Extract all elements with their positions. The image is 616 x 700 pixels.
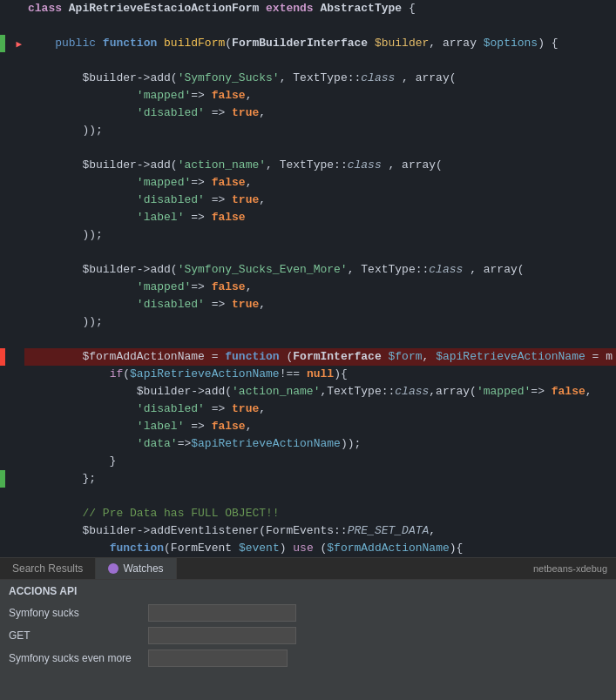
code-segment: class <box>395 385 429 398</box>
code-segment: $apiRetrieveActionName <box>191 437 341 450</box>
code-segment <box>28 211 137 224</box>
line-content: }; <box>24 470 616 488</box>
code-segment: => <box>205 402 232 415</box>
line-gutter <box>5 52 24 70</box>
line-gutter <box>5 540 24 557</box>
line-content: public function buildForm(FormBuilderInt… <box>24 35 616 52</box>
line-content: 'label' => false <box>24 209 616 226</box>
code-segment: 'mapped' <box>137 176 191 189</box>
code-line: function(FormEvent $event) use ($formAdd… <box>0 540 616 557</box>
code-segment: $formAddActionName <box>327 542 449 555</box>
code-line: 'disabled' => true, <box>0 296 616 313</box>
accions-row-input[interactable] <box>148 650 288 667</box>
code-line <box>0 52 616 70</box>
code-segment: ){ <box>334 367 348 380</box>
debugger-label: netbeans-xdebug <box>525 563 616 574</box>
line-content: $formAddActionName = function (FormInter… <box>24 348 616 366</box>
line-gutter: ▶ <box>5 35 24 52</box>
accions-row-input[interactable] <box>148 604 296 622</box>
code-segment: , <box>246 420 253 433</box>
tab-label: Watches <box>123 562 163 575</box>
line-gutter <box>5 383 24 400</box>
tab-label: Search Results <box>12 562 83 575</box>
code-segment: 'mapped' <box>137 280 191 293</box>
code-segment: // Pre Data has FULL OBJECT!! <box>82 507 279 520</box>
line-gutter <box>5 244 24 261</box>
code-segment: , <box>259 298 266 311</box>
code-line: 'data'=>$apiRetrieveActionName)); <box>0 435 616 453</box>
line-gutter <box>5 435 24 453</box>
line-content: $builder->add('action_name', TextType::c… <box>24 157 616 174</box>
code-segment: ) { <box>538 37 558 50</box>
code-segment: public <box>55 37 103 50</box>
code-segment: )); <box>341 437 361 450</box>
code-segment: (FormEvent <box>164 542 239 555</box>
line-gutter <box>5 261 24 279</box>
code-segment: false <box>212 211 246 224</box>
code-segment: ,array( <box>429 385 477 398</box>
code-segment <box>28 37 55 50</box>
code-segment: class <box>28 2 69 15</box>
code-segment: 'label' <box>137 211 185 224</box>
code-line: 'label' => false, <box>0 418 616 435</box>
watches-icon <box>108 563 118 574</box>
line-gutter <box>5 17 24 35</box>
accions-row: GET <box>9 627 607 644</box>
code-line: 'disabled' => true, <box>0 192 616 209</box>
accions-panel: ACCIONS API Symfony sucksGETSymfony suck… <box>0 580 616 700</box>
line-content: 'mapped'=> false, <box>24 174 616 192</box>
code-segment: )); <box>28 228 103 241</box>
line-gutter <box>5 87 24 104</box>
line-gutter <box>5 279 24 296</box>
code-segment <box>28 507 82 520</box>
line-gutter <box>5 139 24 157</box>
code-line: 'label' => false <box>0 209 616 226</box>
code-segment: false <box>212 176 246 189</box>
code-line: )); <box>0 226 616 244</box>
code-line: ▶ public function buildForm(FormBuilderI… <box>0 35 616 52</box>
code-segment: $builder->add( <box>28 71 178 84</box>
line-content: )); <box>24 313 616 331</box>
code-segment: , array( <box>382 158 443 172</box>
code-segment <box>28 176 137 189</box>
code-segment: ( <box>123 367 130 380</box>
code-line: $builder->add('Symfony_Sucks_Even_More',… <box>0 261 616 279</box>
line-content: 'label' => false, <box>24 418 616 435</box>
line-gutter <box>5 226 24 244</box>
code-segment: => <box>205 298 232 311</box>
code-segment <box>28 89 137 102</box>
code-segment: , <box>423 350 437 363</box>
line-gutter <box>5 174 24 192</box>
code-segment: true <box>232 193 259 206</box>
line-content <box>24 244 616 261</box>
code-segment: => <box>531 385 551 398</box>
line-content: 'disabled' => true, <box>24 296 616 313</box>
code-segment: 'mapped' <box>137 89 191 102</box>
code-line <box>0 331 616 348</box>
line-content: } <box>24 453 616 470</box>
line-content: $builder->add('action_name',TextType::cl… <box>24 383 616 400</box>
line-gutter <box>5 122 24 139</box>
line-content: )); <box>24 226 616 244</box>
code-segment: , array( <box>395 71 456 84</box>
accions-row-input[interactable] <box>148 627 296 644</box>
code-segment: 'mapped' <box>477 385 531 398</box>
code-segment: false <box>552 385 586 398</box>
code-segment: => <box>178 437 192 450</box>
code-segment: $builder->add( <box>28 263 178 276</box>
code-segment: )); <box>28 124 103 137</box>
code-segment: AbstractType <box>320 2 402 15</box>
code-line: $builder->add('action_name',TextType::cl… <box>0 383 616 400</box>
code-segment: , TextType:: <box>348 263 430 276</box>
line-content <box>24 52 616 70</box>
line-gutter <box>5 488 24 505</box>
code-segment: 'label' <box>137 420 185 433</box>
tab-watches[interactable]: Watches <box>96 558 176 579</box>
tab-search[interactable]: Search Results <box>0 558 96 579</box>
code-segment: buildForm <box>164 37 225 50</box>
code-line <box>0 17 616 35</box>
accions-row-label: Symfony sucks even more <box>9 652 148 664</box>
arrow-indicator: ▶ <box>16 38 22 50</box>
line-gutter <box>5 470 24 488</box>
code-segment: 'disabled' <box>137 402 205 415</box>
